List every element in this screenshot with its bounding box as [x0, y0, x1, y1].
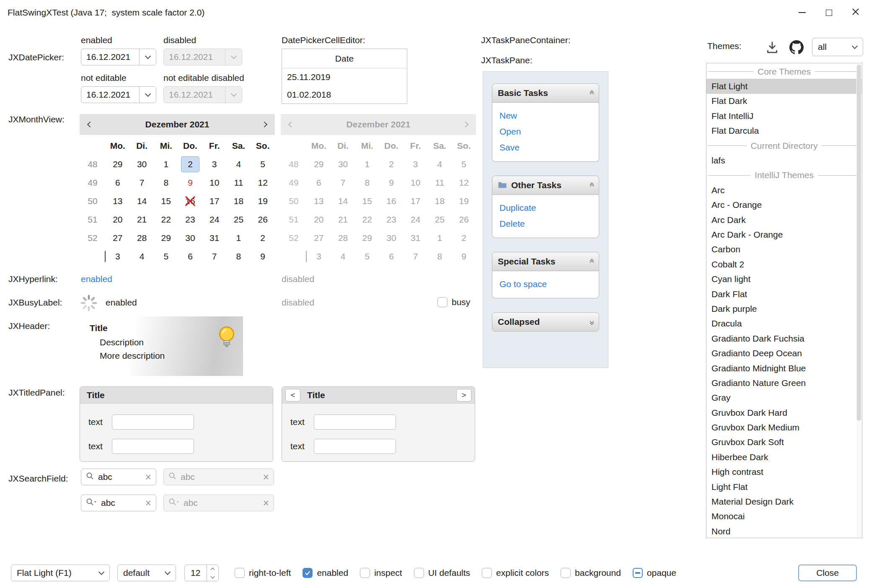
day-cell[interactable]: 18: [227, 192, 251, 210]
theme-list-item-gradianto-dark-fuchsia[interactable]: Gradianto Dark Fuchsia: [706, 331, 862, 346]
checkbox-background[interactable]: background: [561, 568, 621, 578]
day-cell[interactable]: 5: [154, 247, 178, 266]
task-link-duplicate[interactable]: Duplicate: [492, 200, 599, 216]
day-cell[interactable]: 25: [227, 210, 251, 229]
busy-checkbox[interactable]: busy: [437, 297, 470, 307]
task-link-open[interactable]: Open: [492, 124, 599, 140]
day-cell[interactable]: 5: [251, 155, 275, 174]
theme-list-item-gradianto-midnight-blue[interactable]: Gradianto Midnight Blue: [706, 361, 862, 376]
theme-list-item-dark-flat[interactable]: Dark Flat: [706, 287, 862, 301]
taskpane-title-bar[interactable]: Basic Tasks: [492, 83, 599, 103]
day-cell[interactable]: 6: [178, 247, 202, 266]
hyperlink-enabled[interactable]: enabled: [81, 274, 112, 284]
font-size-value[interactable]: 12: [185, 565, 207, 581]
day-cell[interactable]: 7: [202, 247, 227, 266]
theme-list-item-gruvbox-dark-hard[interactable]: Gruvbox Dark Hard: [706, 405, 862, 420]
theme-list-item-dracula[interactable]: Dracula: [706, 316, 862, 331]
day-cell[interactable]: 24: [202, 210, 227, 229]
checkbox-enabled[interactable]: enabled: [303, 568, 348, 578]
day-cell[interactable]: 7: [130, 174, 154, 192]
table-row[interactable]: 25.11.2019: [282, 68, 407, 86]
day-cell[interactable]: 6: [106, 174, 130, 192]
theme-list-item-high-contrast[interactable]: High contrast: [706, 465, 862, 479]
day-cell[interactable]: 30: [178, 229, 202, 247]
taskpane-title-bar[interactable]: Other Tasks: [492, 176, 599, 195]
theme-list-item-arc-dark-orange[interactable]: Arc Dark - Orange: [706, 227, 862, 242]
day-cell[interactable]: 9: [178, 174, 202, 192]
datepicker-value[interactable]: 16.12.2021: [81, 49, 139, 65]
theme-list-item-gray[interactable]: Gray: [706, 391, 862, 405]
day-cell[interactable]: 1: [227, 229, 251, 247]
day-cell[interactable]: 8: [154, 174, 178, 192]
day-cell[interactable]: 20: [106, 210, 130, 229]
task-link-save[interactable]: Save: [492, 140, 599, 155]
font-size-spinner[interactable]: 12: [184, 565, 219, 581]
minimize-button[interactable]: [789, 0, 815, 25]
theme-list-item-gruvbox-dark-soft[interactable]: Gruvbox Dark Soft: [706, 435, 862, 450]
datepicker-enabled[interactable]: 16.12.2021: [81, 49, 156, 65]
github-icon[interactable]: [789, 40, 804, 57]
checkbox-explicit-colors[interactable]: explicit colors: [482, 568, 549, 578]
day-cell[interactable]: 14: [130, 192, 154, 210]
day-cell[interactable]: 17: [202, 192, 227, 210]
day-cell[interactable]: 13: [106, 192, 130, 210]
checkbox-ui-defaults[interactable]: UI defaults: [414, 568, 470, 578]
day-cell[interactable]: 11: [227, 174, 251, 192]
day-cell[interactable]: 21: [130, 210, 154, 229]
taskpane-title-bar[interactable]: Special Tasks: [492, 252, 599, 271]
scrollbar-thumb[interactable]: [857, 65, 861, 421]
text-input[interactable]: [112, 439, 194, 454]
spinner-up-button[interactable]: [207, 565, 218, 573]
titled-panel-prev-button[interactable]: <: [285, 389, 300, 401]
next-month-button[interactable]: [256, 117, 272, 132]
theme-list-item-light-flat[interactable]: Light Flat: [706, 479, 862, 494]
day-cell[interactable]: 26: [251, 210, 275, 229]
datepicker-dropdown-button[interactable]: [139, 87, 156, 103]
prev-month-button[interactable]: [82, 117, 98, 132]
day-cell[interactable]: 3: [202, 155, 227, 174]
themes-filter-combo[interactable]: all: [812, 38, 863, 56]
theme-list-item-gradianto-deep-ocean[interactable]: Gradianto Deep Ocean: [706, 346, 862, 360]
checkbox-right-to-left[interactable]: right-to-left: [235, 568, 291, 578]
day-cell[interactable]: 23: [178, 210, 202, 229]
day-cell[interactable]: 2: [251, 229, 275, 247]
theme-list-item-hiberbee-dark[interactable]: Hiberbee Dark: [706, 450, 862, 464]
task-link-go-to-space[interactable]: Go to space: [492, 276, 599, 292]
titled-panel-next-button[interactable]: >: [456, 389, 471, 401]
theme-list-item-arc-dark[interactable]: Arc Dark: [706, 212, 862, 227]
close-button[interactable]: Close: [798, 565, 857, 581]
theme-list-item-arc-orange[interactable]: Arc - Orange: [706, 198, 862, 212]
day-cell[interactable]: 28: [130, 229, 154, 247]
theme-list-item-material-design-dark[interactable]: Material Design Dark: [706, 494, 862, 509]
text-input[interactable]: [314, 439, 396, 454]
datepicker-not-editable[interactable]: 16.12.2021: [81, 86, 156, 103]
theme-list-item-gradianto-nature-green[interactable]: Gradianto Nature Green: [706, 376, 862, 390]
day-cell[interactable]: 15: [154, 192, 178, 210]
theme-list-item-nord[interactable]: Nord: [706, 524, 862, 538]
day-cell[interactable]: 9: [251, 247, 275, 266]
day-cell[interactable]: 31: [202, 229, 227, 247]
day-cell[interactable]: 2: [181, 156, 199, 172]
day-cell[interactable]: 1: [154, 155, 178, 174]
spinner-down-button[interactable]: [207, 573, 218, 581]
theme-list-item-flat-intellij[interactable]: Flat IntelliJ: [706, 109, 862, 123]
theme-list-item-flat-darcula[interactable]: Flat Darcula: [706, 124, 862, 138]
checkbox-opaque[interactable]: opaque: [633, 568, 676, 578]
day-cell[interactable]: 22: [154, 210, 178, 229]
task-link-delete[interactable]: Delete: [492, 216, 599, 232]
maximize-button[interactable]: [815, 0, 842, 25]
search-field-with-menu[interactable]: abc ×: [81, 495, 156, 511]
day-cell[interactable]: 29: [106, 155, 130, 174]
theme-list-item-cyan-light[interactable]: Cyan light: [706, 272, 862, 286]
day-cell[interactable]: 8: [227, 247, 251, 266]
search-value[interactable]: abc: [98, 472, 141, 482]
day-cell[interactable]: 4: [130, 247, 154, 266]
text-input[interactable]: [112, 414, 194, 430]
theme-list-item-carbon[interactable]: Carbon: [706, 242, 862, 257]
taskpane-title-bar[interactable]: Collapsed: [492, 312, 599, 332]
day-cell[interactable]: 3: [106, 247, 130, 266]
download-icon[interactable]: [765, 40, 779, 57]
datepicker-dropdown-button[interactable]: [139, 49, 156, 65]
task-link-new[interactable]: New: [492, 108, 599, 124]
theme-list-item-cobalt-2[interactable]: Cobalt 2: [706, 257, 862, 272]
